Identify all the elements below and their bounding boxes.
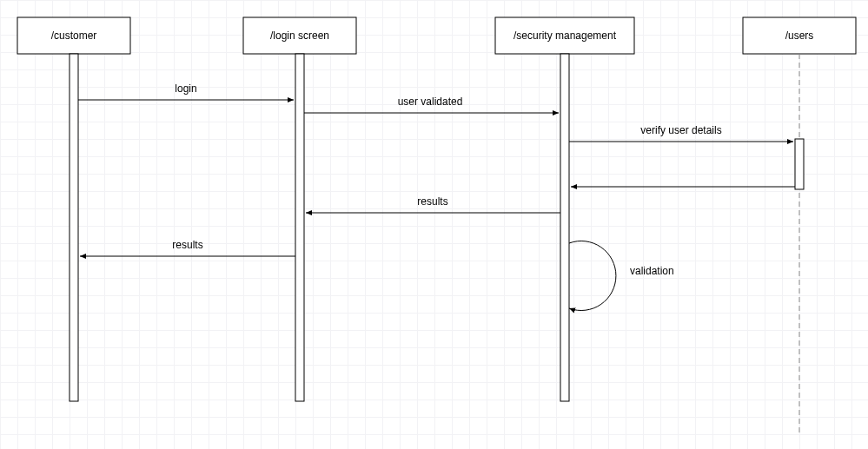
message-user-validated-label: user validated bbox=[398, 96, 463, 108]
activation-customer bbox=[70, 54, 78, 401]
participant-customer[interactable]: /customer bbox=[17, 17, 130, 54]
message-login-label: login bbox=[175, 83, 196, 95]
participant-users-label: /users bbox=[785, 30, 814, 42]
message-validation-self[interactable]: validation bbox=[569, 241, 674, 311]
participant-security-management-label: /security management bbox=[514, 30, 617, 42]
sequence-diagram: /customer /login screen /security manage… bbox=[0, 0, 868, 449]
participant-login-screen[interactable]: /login screen bbox=[243, 17, 356, 54]
message-login[interactable]: login bbox=[78, 83, 294, 100]
message-results-ls-cust-label: results bbox=[172, 239, 202, 251]
participant-login-screen-label: /login screen bbox=[270, 30, 329, 42]
participant-customer-label: /customer bbox=[51, 30, 97, 42]
participant-security-management[interactable]: /security management bbox=[495, 17, 634, 54]
message-results-sm-ls[interactable]: results bbox=[306, 195, 560, 213]
message-validation-label: validation bbox=[630, 265, 674, 277]
message-verify-user-details[interactable]: verify user details bbox=[569, 124, 793, 142]
activation-users bbox=[795, 139, 804, 189]
message-user-validated[interactable]: user validated bbox=[304, 96, 559, 113]
message-verify-user-details-label: verify user details bbox=[640, 124, 721, 136]
activation-security-management bbox=[560, 54, 569, 401]
message-results-sm-ls-label: results bbox=[417, 195, 447, 208]
activation-login-screen bbox=[295, 54, 304, 401]
participant-users[interactable]: /users bbox=[743, 17, 856, 54]
message-results-ls-cust[interactable]: results bbox=[80, 239, 295, 256]
